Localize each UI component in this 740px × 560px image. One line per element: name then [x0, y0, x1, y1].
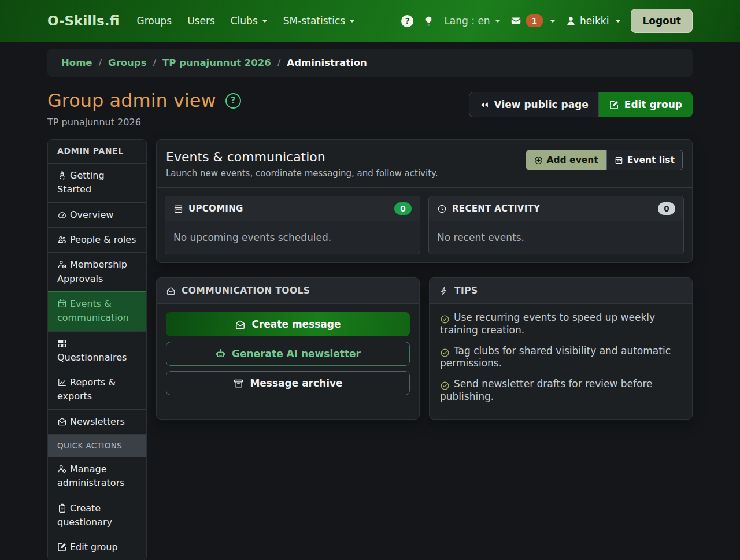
recent-count-badge: 0 — [658, 202, 675, 215]
sidebar-item-edit-group[interactable]: Edit group — [48, 535, 146, 559]
messages-dropdown[interactable]: 1 — [510, 14, 556, 27]
clipboard-plus-icon — [57, 503, 70, 514]
sidebar-item-newsletters[interactable]: Newsletters — [48, 409, 146, 434]
caret-down-icon — [550, 20, 556, 23]
nav-item-users[interactable]: Users — [187, 15, 215, 27]
unread-count-badge: 1 — [526, 14, 543, 27]
admin-sidebar: ADMIN PANEL Getting Started Overview Peo… — [47, 139, 147, 560]
header-button-group: View public page Edit group — [469, 92, 693, 117]
envelope-open-icon — [235, 319, 246, 330]
clock-icon — [437, 204, 447, 214]
lightbulb-icon[interactable] — [423, 16, 434, 27]
sidebar-quick-actions-header: QUICK ACTIONS — [48, 434, 146, 457]
breadcrumb: Home / Groups / TP punajunnut 2026 / Adm… — [47, 49, 693, 77]
nav-item-clubs[interactable]: Clubs — [231, 15, 268, 27]
message-archive-button[interactable]: Message archive — [166, 371, 410, 395]
view-public-page-button[interactable]: View public page — [469, 92, 599, 117]
envelope-icon — [510, 16, 521, 27]
breadcrumb-separator: / — [278, 57, 281, 68]
upcoming-count-badge: 0 — [394, 202, 412, 215]
plus-circle-icon — [534, 156, 543, 165]
caret-down-icon — [262, 20, 268, 23]
breadcrumb-separator: / — [99, 57, 102, 68]
edit-group-button[interactable]: Edit group — [599, 92, 693, 117]
sidebar-item-questionnaires[interactable]: Questionnaires — [48, 331, 146, 370]
communication-tools-title: COMMUNICATION TOOLS — [182, 285, 310, 296]
caret-down-icon — [615, 20, 621, 23]
recent-activity-title: RECENT ACTIVITY — [452, 203, 540, 214]
breadcrumb-current: Administration — [287, 57, 367, 68]
communication-tools-card: COMMUNICATION TOOLS Create message Gener… — [156, 277, 420, 420]
person-check-icon — [57, 259, 70, 270]
upcoming-panel: UPCOMING 0 No upcoming events scheduled. — [165, 196, 420, 254]
robot-icon — [215, 348, 226, 359]
envelope-open-icon — [57, 416, 70, 427]
help-circle-icon[interactable]: ? — [225, 93, 241, 109]
pencil-square-icon — [57, 542, 70, 552]
user-menu-dropdown[interactable]: heikki — [565, 15, 621, 27]
breadcrumb-separator: / — [153, 57, 157, 68]
page-title: Group admin view ? — [47, 90, 241, 112]
sidebar-item-manage-administrators[interactable]: Manage administrators — [48, 457, 146, 496]
events-button-group: Add event Event list — [526, 150, 683, 170]
sidebar-item-people-roles[interactable]: People & roles — [48, 227, 146, 252]
brand-logo[interactable]: O-Skills.fi — [47, 13, 120, 28]
tip-item: Use recurring events to speed up weekly … — [440, 311, 682, 337]
events-card-title: Events & communication — [166, 150, 438, 164]
check-circle-icon — [440, 313, 450, 323]
top-navbar: O-Skills.fi Groups Users Clubs SM-statis… — [0, 0, 740, 42]
caret-down-icon — [349, 20, 355, 23]
sidebar-item-membership-approvals[interactable]: Membership Approvals — [48, 252, 146, 291]
event-list-button[interactable]: Event list — [606, 150, 683, 170]
check-circle-icon — [440, 380, 450, 390]
archive-icon — [233, 378, 244, 389]
tips-title: TIPS — [454, 285, 478, 296]
sidebar-item-getting-started[interactable]: Getting Started — [48, 163, 146, 202]
sidebar-item-events-communication[interactable]: Events & communication — [48, 291, 146, 331]
lightning-icon — [439, 286, 449, 296]
logout-button[interactable]: Logout — [631, 9, 693, 33]
create-message-button[interactable]: Create message — [166, 312, 410, 336]
add-event-button[interactable]: Add event — [526, 150, 606, 170]
sidebar-item-overview[interactable]: Overview — [48, 202, 146, 227]
events-communication-card: Events & communication Launch new events… — [156, 139, 693, 263]
page-subtitle: TP punajunnut 2026 — [47, 117, 241, 128]
upcoming-empty-text: No upcoming events scheduled. — [165, 221, 420, 254]
nav-item-groups[interactable]: Groups — [137, 15, 172, 27]
generate-ai-newsletter-button[interactable]: Generate AI newsletter — [166, 342, 410, 366]
graph-icon — [57, 377, 70, 388]
caret-down-icon — [495, 20, 501, 23]
check-circle-icon — [440, 347, 450, 357]
envelope-open-icon — [166, 286, 176, 296]
question-circle-icon[interactable]: ? — [401, 15, 413, 27]
rocket-icon — [57, 170, 70, 181]
recent-activity-panel: RECENT ACTIVITY 0 No recent events. — [428, 196, 684, 254]
sidebar-item-reports-exports[interactable]: Reports & exports — [48, 370, 146, 409]
sidebar-item-create-questionary[interactable]: Create questionary — [48, 496, 146, 535]
language-dropdown[interactable]: Lang : en — [444, 15, 500, 27]
events-card-subtitle: Launch new events, coordinate messaging,… — [166, 168, 438, 179]
breadcrumb-group-name[interactable]: TP punajunnut 2026 — [162, 57, 271, 68]
upcoming-title: UPCOMING — [188, 203, 243, 214]
tip-item: Send newsletter drafts for review before… — [440, 378, 682, 403]
calendar-event-icon — [57, 298, 70, 309]
rewind-icon — [479, 100, 489, 110]
sidebar-header: ADMIN PANEL — [48, 140, 146, 163]
tip-item: Tag clubs for shared visibility and auto… — [440, 345, 682, 370]
tips-card: TIPS Use recurring events to speed up we… — [429, 277, 693, 420]
user-name: heikki — [580, 15, 609, 27]
person-icon — [565, 16, 576, 27]
nav-item-sm-statistics[interactable]: SM-statistics — [283, 15, 355, 27]
pencil-square-icon — [609, 100, 619, 110]
calendar-grid-icon — [615, 156, 623, 165]
recent-empty-text: No recent events. — [429, 221, 683, 254]
grid-checks-icon — [57, 338, 70, 349]
breadcrumb-home[interactable]: Home — [61, 57, 92, 68]
breadcrumb-groups[interactable]: Groups — [108, 57, 146, 68]
person-gear-icon — [57, 463, 70, 474]
speedometer-icon — [57, 209, 70, 220]
calendar-week-icon — [173, 204, 183, 214]
people-icon — [57, 234, 70, 245]
